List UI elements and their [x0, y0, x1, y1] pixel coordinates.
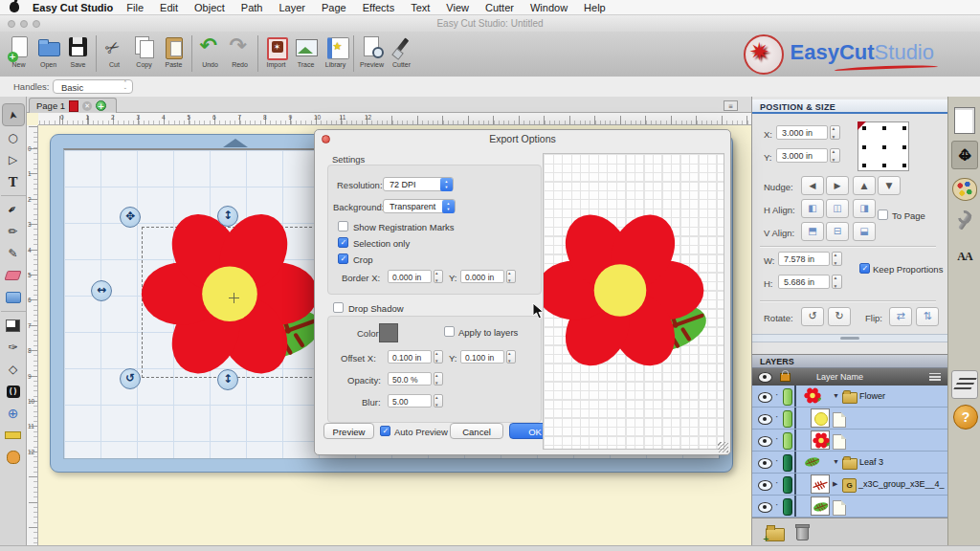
- move-icon[interactable]: ↔↕: [951, 141, 978, 169]
- panel-collapse-icon[interactable]: ≡: [724, 100, 738, 111]
- visibility-eye-icon[interactable]: [758, 502, 772, 513]
- shadow-color-swatch[interactable]: [379, 323, 398, 342]
- app-menu[interactable]: Easy Cut Studio: [33, 2, 113, 13]
- delete-layer-trash-icon[interactable]: [796, 526, 809, 540]
- x-stepper[interactable]: [830, 125, 840, 140]
- auto-preview-checkbox[interactable]: [380, 426, 390, 436]
- layer-row-item-2[interactable]: ·: [752, 408, 948, 430]
- border-y-stepper[interactable]: [506, 270, 516, 283]
- blur-stepper[interactable]: [434, 394, 443, 408]
- resize-left-handle[interactable]: ↔: [91, 280, 112, 301]
- palette-icon[interactable]: [951, 175, 978, 204]
- resolution-dropdown[interactable]: 72 DPI: [383, 177, 454, 191]
- offset-x-field[interactable]: 0.100 in: [388, 350, 432, 364]
- border-y-field[interactable]: 0.000 in: [460, 270, 504, 283]
- move-handle[interactable]: ✥: [120, 207, 141, 228]
- align-bottom-button[interactable]: ⬓: [853, 222, 876, 241]
- keep-proportions-checkbox[interactable]: [859, 263, 870, 274]
- expander-right-icon[interactable]: ▶: [833, 480, 837, 488]
- nudge-down-button[interactable]: ▼: [878, 176, 901, 195]
- resize-bottom-handle[interactable]: ↕: [217, 369, 238, 390]
- brush-tool[interactable]: ✎: [3, 243, 24, 264]
- reference-point-dot[interactable]: [882, 145, 886, 149]
- menu-item-cutter[interactable]: Cutter: [485, 2, 514, 13]
- menu-item-text[interactable]: Text: [411, 2, 430, 13]
- background-dropdown[interactable]: Transparent: [383, 199, 456, 213]
- height-stepper[interactable]: [832, 275, 842, 289]
- path-edit-tool[interactable]: ◇: [3, 359, 24, 380]
- blur-field[interactable]: 5.00: [388, 394, 432, 408]
- align-left-button[interactable]: ◧: [801, 199, 824, 218]
- hand-tool[interactable]: [3, 447, 24, 468]
- width-field[interactable]: 7.578 in: [778, 252, 830, 266]
- dialog-resize-grip[interactable]: [718, 442, 728, 452]
- drop-shadow-checkbox[interactable]: [333, 302, 344, 313]
- menu-item-help[interactable]: Help: [584, 2, 606, 13]
- offset-x-stepper[interactable]: [434, 350, 443, 364]
- show-registration-marks-checkbox[interactable]: [338, 221, 348, 231]
- rotate-ccw-button[interactable]: ↺: [801, 307, 824, 326]
- page-color-swatch[interactable]: [69, 100, 78, 112]
- nudge-right-button[interactable]: ▶: [826, 176, 849, 195]
- layers-menu-icon[interactable]: [929, 373, 941, 381]
- apple-menu-icon[interactable]: [10, 2, 19, 12]
- expander-down-icon[interactable]: ▼: [833, 458, 839, 465]
- menu-item-layer[interactable]: Layer: [278, 2, 305, 13]
- copy-button[interactable]: Copy: [129, 33, 159, 68]
- visibility-eye-icon[interactable]: [758, 436, 772, 447]
- menu-item-view[interactable]: View: [446, 2, 469, 13]
- document-icon[interactable]: [951, 106, 978, 135]
- pencil-tool[interactable]: ✏: [3, 221, 24, 242]
- reference-point-dot[interactable]: [862, 126, 866, 130]
- open-button[interactable]: Open: [33, 33, 63, 68]
- layer-row-_x3c_group_x3e__4_[interactable]: ·▶G_x3C_group_x3E__4_: [752, 474, 948, 496]
- direct-select-tool[interactable]: ▷: [3, 149, 24, 170]
- text-style-icon[interactable]: AA: [951, 242, 978, 271]
- shape-tool[interactable]: [3, 287, 24, 308]
- cutter-button[interactable]: Cutter: [387, 33, 416, 68]
- layer-row-item-3[interactable]: ·: [752, 430, 948, 452]
- reference-point-dot[interactable]: [862, 145, 866, 149]
- reference-point-dot[interactable]: [882, 164, 886, 167]
- x-field[interactable]: 3.000 in: [776, 125, 828, 140]
- reference-point-dot[interactable]: [862, 164, 866, 167]
- y-stepper[interactable]: [830, 148, 840, 163]
- layers-icon[interactable]: [951, 370, 978, 399]
- page-tab[interactable]: Page 1 ✕ +: [29, 98, 117, 113]
- layer-row-leaf-3[interactable]: ·▼Leaf 3: [752, 452, 948, 474]
- pen-tool[interactable]: ✒: [3, 199, 24, 220]
- redo-button[interactable]: Redo: [225, 33, 255, 68]
- menu-item-effects[interactable]: Effects: [363, 2, 394, 13]
- swatch-tool[interactable]: [3, 315, 24, 336]
- align-middle-button[interactable]: ⊟: [826, 222, 849, 241]
- add-page-icon[interactable]: +: [96, 100, 106, 111]
- preview-button[interactable]: Preview: [323, 423, 374, 439]
- nudge-up-button[interactable]: ▲: [853, 176, 876, 195]
- library-button[interactable]: Library: [321, 33, 350, 68]
- measure-tool[interactable]: [3, 425, 24, 446]
- close-page-icon[interactable]: ✕: [82, 101, 92, 111]
- reference-point-dot[interactable]: [902, 126, 906, 130]
- eyedropper-tool[interactable]: ✑: [3, 337, 24, 358]
- expander-down-icon[interactable]: ▼: [833, 392, 839, 399]
- zoom-tool[interactable]: ⊕: [3, 403, 24, 424]
- preview-button[interactable]: Preview: [357, 33, 387, 68]
- undo-button[interactable]: Undo: [195, 33, 225, 68]
- cut-button[interactable]: Cut: [100, 33, 129, 68]
- visibility-eye-icon[interactable]: [758, 480, 772, 491]
- menu-item-page[interactable]: Page: [322, 2, 346, 13]
- wrench-icon[interactable]: [951, 208, 978, 236]
- trace-button[interactable]: Trace: [291, 33, 321, 68]
- reference-point-grid[interactable]: [858, 121, 909, 171]
- import-button[interactable]: Import: [261, 33, 291, 68]
- flip-horizontal-button[interactable]: ⇄: [889, 307, 912, 326]
- flip-vertical-button[interactable]: ⇅: [916, 307, 939, 326]
- nudge-left-button[interactable]: ◀: [801, 176, 824, 195]
- menu-item-path[interactable]: Path: [241, 2, 263, 13]
- new-layer-folder-icon[interactable]: [766, 528, 785, 541]
- align-center-button[interactable]: ◫: [826, 199, 849, 218]
- select-tool[interactable]: ➤: [2, 103, 25, 126]
- height-field[interactable]: 5.686 in: [778, 275, 830, 289]
- reference-point-dot[interactable]: [882, 126, 886, 130]
- cancel-button[interactable]: Cancel: [450, 423, 503, 439]
